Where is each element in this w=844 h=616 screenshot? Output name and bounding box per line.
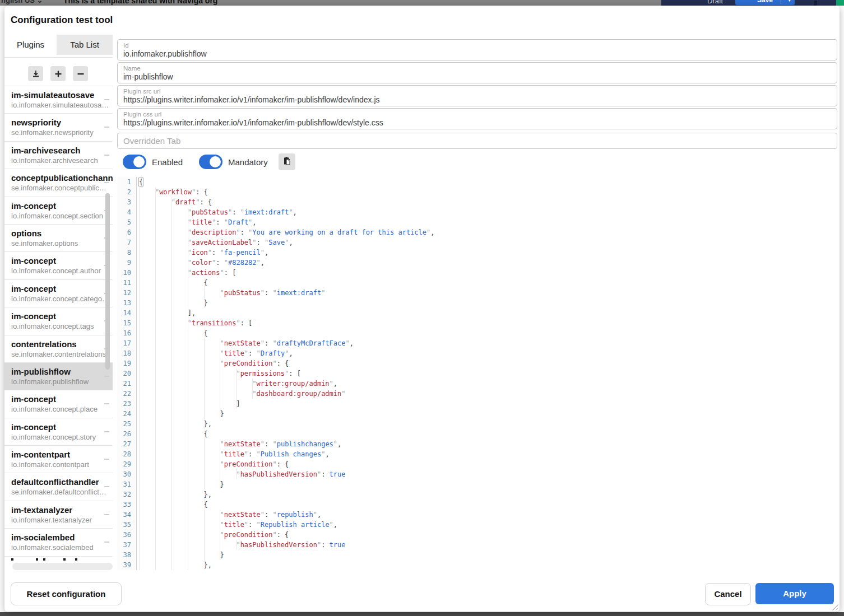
- editor-line[interactable]: 10 "actions": [: [117, 268, 837, 278]
- editor-line[interactable]: 3 "draft": {: [117, 197, 837, 207]
- plugin-list-horizontal-scrollbar[interactable]: [12, 563, 113, 570]
- paste-config-button[interactable]: [279, 153, 295, 170]
- avatar[interactable]: [836, 0, 844, 6]
- editor-line[interactable]: 1{: [117, 177, 837, 187]
- line-number: 33: [117, 500, 137, 510]
- line-number: 18: [117, 348, 137, 358]
- add-plugin-button[interactable]: [50, 66, 66, 81]
- editor-line[interactable]: 30 "hasPublishedVersion": true: [117, 469, 837, 479]
- editor-line[interactable]: 13 }: [117, 298, 837, 308]
- plugin-src-url-field[interactable]: Plugin src url https://plugins.writer.in…: [117, 85, 837, 106]
- editor-line[interactable]: 19 "preCondition": {: [117, 358, 837, 368]
- list-item-defaultconflicthandler[interactable]: defaultconflicthandlerse.infomaker.defau…: [4, 473, 113, 501]
- editor-line[interactable]: 38 }: [117, 550, 837, 560]
- list-item-im-textanalyzer[interactable]: im-textanalyzerio.infomaker.textanalyzer: [4, 501, 113, 529]
- editor-line[interactable]: 37 "hasPublishedVersion": true: [117, 540, 837, 550]
- editor-line[interactable]: 2 "workflow": {: [117, 187, 837, 197]
- list-item-im-concept[interactable]: im-conceptio.infomaker.concept.catego…: [4, 280, 113, 307]
- editor-line[interactable]: 20 "permissions": [: [117, 368, 837, 379]
- line-number: 8: [117, 248, 137, 258]
- editor-line[interactable]: 39 },: [117, 560, 837, 570]
- plugin-id: io.infomaker.contentpart: [11, 460, 113, 469]
- list-item-im-concept[interactable]: im-conceptio.infomaker.concept.section: [4, 197, 113, 225]
- list-item-im-publishflow[interactable]: im-publishflowio.infomaker.publishflow: [4, 363, 113, 390]
- config-json-editor[interactable]: 1{2 "workflow": {3 "draft": {4 "pubStatu…: [117, 177, 837, 572]
- editor-line[interactable]: 9 "color": "#828282",: [117, 258, 837, 268]
- editor-line[interactable]: 21 "writer:group/admin",: [117, 379, 837, 389]
- code-line-content: "nextState": "draftyMcDraftFace",: [137, 338, 354, 348]
- editor-line[interactable]: 24 }: [117, 409, 837, 419]
- editor-line[interactable]: 26 {: [117, 429, 837, 439]
- code-line-content: ]: [137, 399, 240, 409]
- reset-configuration-button[interactable]: Reset configuration: [11, 582, 122, 605]
- configuration-test-tool-dialog: Configuration test tool Plugins Tab List…: [4, 6, 840, 612]
- editor-line[interactable]: 7 "saveActionLabel": "Save",: [117, 237, 837, 248]
- language-selector[interactable]: nglish US ⌄: [1, 0, 43, 4]
- list-item-conceptpublicationchannel[interactable]: conceptpublicationchannelse.infomaker.co…: [4, 169, 113, 197]
- code-line-content: {: [137, 177, 143, 187]
- editor-line[interactable]: 12 "pubStatus": "imext:draft": [117, 288, 837, 298]
- editor-line[interactable]: 15 "transitions": [: [117, 318, 837, 328]
- name-field[interactable]: Name im-publishflow: [117, 62, 837, 83]
- line-number: 27: [117, 439, 137, 449]
- code-line-content: "workflow": {: [137, 187, 208, 197]
- list-item-contentrelations[interactable]: contentrelationsse.infomaker.contentrela…: [4, 335, 113, 363]
- resize-grip[interactable]: [832, 604, 838, 610]
- tab-tab-list[interactable]: Tab List: [57, 35, 113, 55]
- list-item-im-simulateautosave[interactable]: im-simulateautosaveio.infomaker.simulate…: [4, 86, 113, 114]
- plugin-list-vertical-scrollbar[interactable]: [105, 193, 110, 370]
- enabled-toggle[interactable]: Enabled: [123, 155, 183, 169]
- list-item-im-concept[interactable]: im-conceptio.infomaker.concept.author: [4, 252, 113, 279]
- editor-line[interactable]: 4 "pubStatus": "imext:draft",: [117, 207, 837, 217]
- line-number: 2: [117, 187, 137, 197]
- list-item-im-contentpart[interactable]: im-contentpartio.infomaker.contentpart: [4, 446, 113, 473]
- editor-line[interactable]: 11 {: [117, 278, 837, 288]
- editor-line[interactable]: 22 "dashboard:group/admin": [117, 389, 837, 399]
- plugin-name: im-simulateautosave: [11, 90, 113, 100]
- editor-line[interactable]: 32 },: [117, 489, 837, 500]
- editor-line[interactable]: 6 "description": "You are working on a d…: [117, 227, 837, 237]
- editor-line[interactable]: 35 "title": "Republish article",: [117, 520, 837, 530]
- code-line-content: ],: [137, 308, 196, 318]
- editor-line[interactable]: 8 "icon": "fa-pencil",: [117, 248, 837, 258]
- editor-line[interactable]: 18 "title": "Drafty",: [117, 348, 837, 358]
- list-item-im-concept[interactable]: im-conceptio.infomaker.concept.place: [4, 390, 113, 418]
- id-field[interactable]: Id io.infomaker.publishflow: [117, 39, 837, 60]
- chevron-down-icon[interactable]: ▾: [788, 0, 791, 5]
- list-item-partially-scrolled[interactable]: [4, 557, 113, 562]
- editor-line[interactable]: 27 "nextState": "publishchanges",: [117, 439, 837, 449]
- editor-line[interactable]: 17 "nextState": "draftyMcDraftFace",: [117, 338, 837, 348]
- plugin-css-url-field[interactable]: Plugin css url https://plugins.writer.in…: [117, 108, 837, 129]
- editor-line[interactable]: 5 "title": "Draft",: [117, 217, 837, 227]
- tab-plugins[interactable]: Plugins: [4, 35, 57, 55]
- list-item-newspriority[interactable]: newspriorityse.infomaker.newspriority: [4, 114, 113, 141]
- editor-line[interactable]: 25 },: [117, 419, 837, 429]
- editor-line[interactable]: 33 {: [117, 500, 837, 510]
- editor-line[interactable]: 14 ],: [117, 308, 837, 318]
- editor-line[interactable]: 16 {: [117, 328, 837, 338]
- line-number: 37: [117, 540, 137, 550]
- mandatory-toggle[interactable]: Mandatory: [199, 155, 268, 169]
- list-item-im-socialembed[interactable]: im-socialembedio.infomaker.socialembed: [4, 529, 113, 556]
- remove-plugin-button[interactable]: [73, 66, 88, 81]
- editor-line[interactable]: 31 }: [117, 479, 837, 489]
- save-button[interactable]: Save ▾: [735, 0, 795, 5]
- download-button[interactable]: [28, 66, 43, 81]
- list-item-options[interactable]: optionsse.infomaker.options: [4, 225, 113, 252]
- editor-line[interactable]: 23 ]: [117, 399, 837, 409]
- code-line-content: "transitions": [: [137, 318, 252, 328]
- code-line-content: "preCondition": {: [137, 358, 289, 368]
- list-item-im-concept[interactable]: im-conceptio.infomaker.concept.tags: [4, 307, 113, 335]
- editor-line[interactable]: 34 "nextState": "republish",: [117, 510, 837, 520]
- code-line-content: },: [137, 560, 212, 570]
- cancel-button[interactable]: Cancel: [705, 583, 751, 605]
- notification-icon[interactable]: [814, 1, 817, 6]
- editor-line[interactable]: 29 "preCondition": {: [117, 459, 837, 469]
- overridden-tab-field[interactable]: Overridden Tab: [117, 133, 837, 149]
- editor-line[interactable]: 36 "preCondition": {: [117, 530, 837, 540]
- plugin-id: io.infomaker.concept.place: [11, 404, 113, 414]
- editor-line[interactable]: 28 "title": "Publish changes",: [117, 449, 837, 459]
- apply-button[interactable]: Apply: [755, 583, 834, 604]
- list-item-im-concept[interactable]: im-conceptio.infomaker.concept.story: [4, 418, 113, 446]
- list-item-im-archivesearch[interactable]: im-archivesearchio.infomaker.archivesear…: [4, 142, 113, 169]
